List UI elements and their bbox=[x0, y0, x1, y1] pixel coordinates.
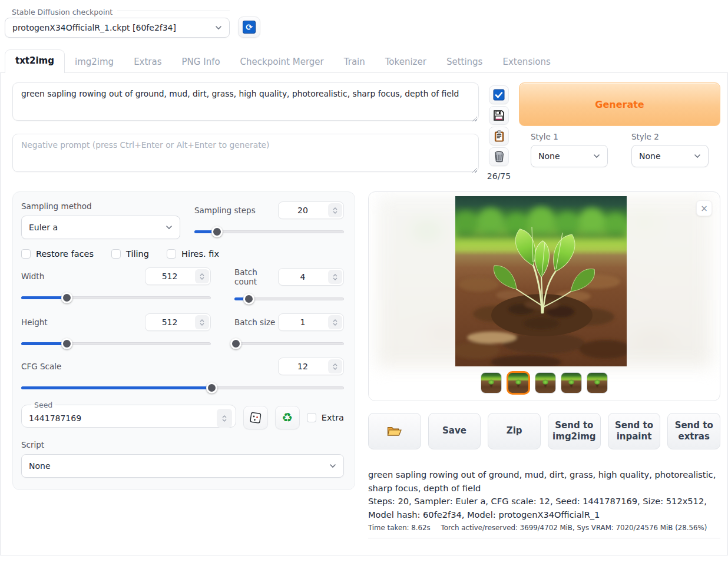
refresh-checkpoints-button[interactable]: ⟳ bbox=[238, 16, 260, 38]
gallery-thumbnail-2-selected[interactable] bbox=[507, 371, 530, 395]
height-input bbox=[145, 313, 211, 331]
output-params-text: Steps: 20, Sampler: Euler a, CFG scale: … bbox=[368, 495, 720, 521]
stepper-arrows[interactable] bbox=[195, 315, 209, 329]
image-actions: Save Zip Send to img2img Send to inpaint… bbox=[368, 413, 720, 449]
checkpoint-label: Stable Diffusion checkpoint bbox=[6, 8, 117, 16]
tab-png-info[interactable]: PNG Info bbox=[172, 51, 230, 72]
tab-tokenizer[interactable]: Tokenizer bbox=[375, 51, 436, 72]
style1-value: None bbox=[538, 151, 593, 161]
width-slider[interactable] bbox=[21, 292, 211, 303]
save-style-button[interactable] bbox=[489, 106, 509, 125]
open-folder-button[interactable] bbox=[368, 413, 421, 449]
cfg-scale-value[interactable] bbox=[279, 362, 327, 371]
sampling-steps-slider[interactable] bbox=[194, 226, 344, 237]
height-value[interactable] bbox=[145, 317, 194, 327]
paste-button[interactable] bbox=[489, 127, 509, 145]
style1-label: Style 1 bbox=[531, 132, 608, 141]
style2-label: Style 2 bbox=[631, 132, 709, 141]
seed-label: Seed bbox=[31, 401, 55, 409]
width-value[interactable] bbox=[145, 272, 194, 281]
sampling-steps-input bbox=[278, 201, 344, 219]
checkbox-icon bbox=[111, 249, 121, 259]
trash-icon bbox=[494, 151, 504, 163]
checkbox-icon bbox=[307, 413, 316, 422]
cfg-scale-slider[interactable] bbox=[21, 382, 344, 393]
clipboard-icon bbox=[494, 130, 505, 142]
generated-image[interactable] bbox=[455, 196, 627, 366]
send-to-extras-button[interactable]: Send to extras bbox=[667, 413, 720, 449]
dice-icon bbox=[249, 412, 262, 424]
prompt-tools: 26/75 bbox=[488, 82, 509, 181]
batch-size-slider[interactable] bbox=[234, 338, 344, 349]
sampling-method-value: Euler a bbox=[29, 223, 166, 232]
output-prompt-text: green sapling rowing out of ground, mud,… bbox=[368, 468, 720, 495]
prompt-block: green sapling rowing out of ground, mud,… bbox=[12, 82, 479, 123]
script-label: Script bbox=[21, 440, 344, 449]
token-counter: 26/75 bbox=[487, 171, 511, 181]
style2-dropdown[interactable]: None bbox=[631, 145, 709, 167]
hires-fix-checkbox[interactable]: Hires. fix bbox=[167, 249, 219, 259]
hires-fix-label: Hires. fix bbox=[181, 249, 219, 259]
stepper-arrows[interactable] bbox=[328, 315, 342, 329]
image-gallery: × bbox=[368, 191, 720, 401]
style1-dropdown[interactable]: None bbox=[531, 145, 608, 167]
checkbox-icon bbox=[167, 249, 176, 259]
sampling-method-dropdown[interactable]: Euler a bbox=[21, 216, 180, 239]
clear-prompt-button[interactable] bbox=[489, 147, 509, 166]
vram-stats: Torch active/reserved: 3699/4702 MiB, Sy… bbox=[441, 524, 707, 532]
script-dropdown[interactable]: None bbox=[21, 454, 344, 478]
chevron-down-icon bbox=[593, 153, 600, 160]
output-time-text: Time taken: 8.62s Torch active/reserved:… bbox=[368, 524, 720, 532]
stepper-arrows[interactable] bbox=[328, 359, 342, 373]
batch-count-input bbox=[278, 268, 344, 286]
gallery-thumbnail-1[interactable] bbox=[481, 372, 502, 393]
style2-value: None bbox=[639, 151, 694, 161]
send-to-img2img-button[interactable]: Send to img2img bbox=[548, 413, 601, 449]
gallery-thumbnail-3[interactable] bbox=[535, 372, 556, 393]
batch-size-value[interactable] bbox=[279, 317, 327, 327]
batch-count-slider[interactable] bbox=[234, 293, 344, 304]
sampling-steps-value[interactable] bbox=[279, 206, 327, 215]
stepper-arrows[interactable] bbox=[195, 269, 209, 283]
refresh-icon: ⟳ bbox=[243, 21, 256, 34]
tab-extras[interactable]: Extras bbox=[124, 51, 171, 72]
batch-count-value[interactable] bbox=[279, 272, 327, 282]
send-to-inpaint-button[interactable]: Send to inpaint bbox=[608, 413, 661, 449]
negative-prompt-input[interactable] bbox=[12, 134, 479, 172]
prompt-input[interactable]: green sapling rowing out of ground, mud,… bbox=[12, 82, 479, 121]
restore-faces-label: Restore faces bbox=[36, 249, 94, 259]
batch-size-label: Batch size bbox=[234, 317, 278, 327]
batch-size-input bbox=[278, 313, 344, 331]
stepper-arrows[interactable] bbox=[328, 270, 342, 284]
interrogate-button[interactable] bbox=[489, 85, 509, 104]
zip-button[interactable]: Zip bbox=[488, 413, 541, 449]
close-gallery-button[interactable]: × bbox=[696, 200, 712, 216]
close-icon: × bbox=[700, 203, 708, 214]
gallery-thumbnail-5[interactable] bbox=[587, 372, 608, 393]
top-bar: Stable Diffusion checkpoint protogenX34O… bbox=[0, 0, 728, 38]
tab-extensions[interactable]: Extensions bbox=[492, 51, 560, 72]
thumbnail-strip bbox=[369, 371, 720, 395]
tab-train[interactable]: Train bbox=[334, 51, 375, 72]
gallery-thumbnail-4[interactable] bbox=[561, 372, 582, 393]
stepper-arrows[interactable] bbox=[217, 409, 232, 428]
extra-label: Extra bbox=[322, 413, 344, 422]
checkpoint-dropdown[interactable]: protogenX34OfficialR_1.ckpt [60fe2f34] bbox=[5, 18, 230, 38]
tab-checkpoint-merger[interactable]: Checkpoint Merger bbox=[230, 51, 334, 72]
reuse-seed-button[interactable]: ♻ bbox=[275, 406, 300, 429]
tab-settings[interactable]: Settings bbox=[436, 51, 493, 72]
extra-seed-checkbox[interactable]: Extra bbox=[307, 413, 344, 422]
tab-img2img[interactable]: img2img bbox=[65, 51, 124, 72]
random-seed-button[interactable] bbox=[243, 406, 268, 429]
restore-faces-checkbox[interactable]: Restore faces bbox=[21, 249, 94, 259]
chevron-down-icon bbox=[694, 153, 701, 160]
negative-prompt-block bbox=[12, 134, 479, 174]
stepper-arrows[interactable] bbox=[328, 203, 342, 217]
save-button[interactable]: Save bbox=[428, 413, 481, 449]
tiling-checkbox[interactable]: Tiling bbox=[111, 249, 149, 259]
seed-input[interactable] bbox=[29, 413, 216, 423]
tab-txt2img[interactable]: txt2img bbox=[5, 49, 65, 73]
generation-settings-panel: Sampling method Euler a Sampling steps bbox=[12, 191, 355, 490]
generate-button[interactable]: Generate bbox=[519, 82, 720, 126]
height-slider[interactable] bbox=[21, 338, 211, 349]
